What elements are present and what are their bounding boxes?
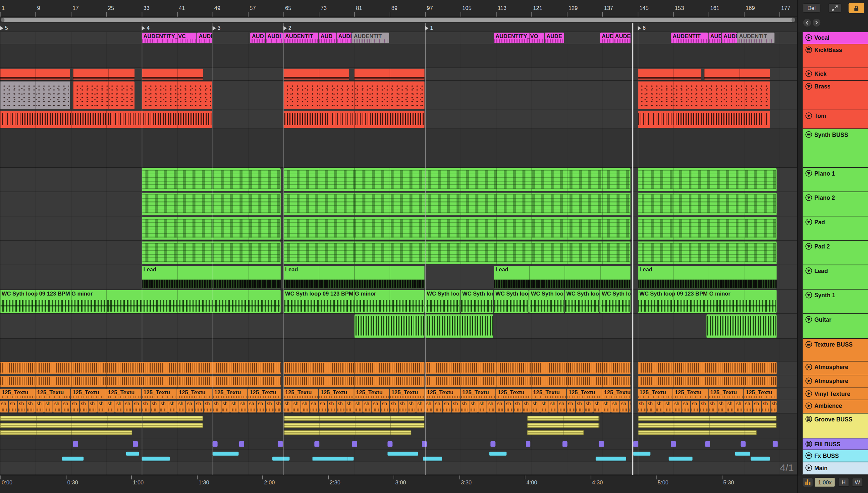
clip[interactable]: sh: [213, 401, 221, 412]
clip[interactable]: [751, 456, 770, 460]
clip[interactable]: [0, 376, 281, 387]
clip[interactable]: [73, 441, 78, 447]
clip[interactable]: [422, 441, 427, 447]
clip[interactable]: [638, 376, 777, 387]
clip[interactable]: [735, 452, 750, 455]
clip[interactable]: [671, 441, 675, 447]
clip[interactable]: sh: [549, 401, 558, 412]
clip[interactable]: [284, 69, 349, 80]
fold-down-icon[interactable]: [805, 267, 812, 274]
clip[interactable]: sh: [682, 401, 690, 412]
clip[interactable]: sh: [0, 401, 8, 412]
clip[interactable]: sh: [275, 401, 281, 412]
clip[interactable]: [142, 168, 281, 191]
clip[interactable]: sh: [88, 401, 97, 412]
clip[interactable]: sh: [700, 401, 708, 412]
clip[interactable]: 125_Textu: [709, 389, 743, 399]
group-icon[interactable]: [805, 452, 812, 459]
track-lane[interactable]: [0, 81, 797, 110]
clip[interactable]: Lead: [142, 266, 281, 288]
clip[interactable]: [213, 452, 239, 455]
clip[interactable]: Lead: [284, 266, 425, 288]
clip[interactable]: sh: [540, 401, 549, 412]
clip[interactable]: sh: [142, 401, 150, 412]
clip[interactable]: sh: [18, 401, 26, 412]
beat-time-ruler[interactable]: 1917253341495765738189971051131211291371…: [0, 0, 797, 17]
clip[interactable]: sh: [434, 401, 442, 412]
clip[interactable]: [638, 168, 777, 191]
clip[interactable]: sh: [522, 401, 531, 412]
clip[interactable]: [527, 423, 600, 428]
locator-row[interactable]: 543216: [0, 23, 797, 32]
track-lane[interactable]: [0, 438, 797, 450]
play-icon[interactable]: [805, 403, 812, 409]
clip[interactable]: sh: [514, 401, 522, 412]
clip[interactable]: [773, 441, 778, 447]
clip[interactable]: 125_Textu: [531, 389, 566, 399]
track-lane[interactable]: WC Syth loop 09 123 BPM G minorWC Syth l…: [0, 290, 797, 314]
clip[interactable]: [284, 241, 631, 264]
clip[interactable]: 125_Textu: [71, 389, 106, 399]
locator-flag[interactable]: 1: [425, 24, 433, 32]
clip[interactable]: sh: [390, 401, 398, 412]
clip[interactable]: [284, 217, 631, 240]
clip[interactable]: sh: [762, 401, 770, 412]
clip[interactable]: [0, 69, 70, 80]
clip[interactable]: sh: [558, 401, 566, 412]
play-icon[interactable]: [805, 390, 812, 397]
track-header[interactable]: Pad 2: [803, 241, 868, 265]
clip[interactable]: [563, 441, 567, 447]
clip[interactable]: sh: [168, 401, 177, 412]
clip[interactable]: [284, 362, 425, 374]
track-lane[interactable]: shshshshshshshshshshshshshshshshshshshsh…: [0, 400, 797, 413]
play-icon[interactable]: [805, 465, 812, 471]
clip[interactable]: [213, 441, 217, 447]
clip[interactable]: sh: [717, 401, 725, 412]
clip[interactable]: [527, 430, 584, 435]
clip[interactable]: [599, 441, 604, 447]
clip[interactable]: AUDENTIT: [352, 33, 389, 43]
clip[interactable]: sh: [655, 401, 664, 412]
group-icon[interactable]: [805, 341, 812, 347]
clip[interactable]: sh: [408, 401, 416, 412]
track-lane[interactable]: [0, 362, 797, 376]
clip[interactable]: [0, 111, 212, 128]
clip[interactable]: sh: [470, 401, 478, 412]
height-button[interactable]: H: [838, 478, 849, 487]
clip[interactable]: WC Syth loop 09 123 BPM G minor: [494, 290, 528, 313]
clip[interactable]: [638, 111, 770, 128]
clip[interactable]: 125_Textu: [248, 389, 281, 399]
clip[interactable]: 125_Textu: [106, 389, 141, 399]
expand-icon[interactable]: [828, 3, 842, 13]
clip[interactable]: sh: [292, 401, 301, 412]
prev-marker-button[interactable]: [803, 19, 811, 26]
clip[interactable]: sh: [106, 401, 115, 412]
clip[interactable]: WC Syth loop 09 123 BPM G minor: [0, 290, 281, 313]
clip[interactable]: sh: [673, 401, 681, 412]
track-lane[interactable]: [0, 462, 797, 475]
clip[interactable]: AUDENTITY_VO: [494, 33, 544, 43]
clip[interactable]: sh: [177, 401, 186, 412]
clip[interactable]: [425, 315, 493, 338]
clip[interactable]: sh: [186, 401, 194, 412]
track-header[interactable]: Synth BUSS: [803, 129, 868, 168]
clip[interactable]: sh: [301, 401, 309, 412]
track-header[interactable]: Kick/Bass: [803, 44, 868, 68]
clip[interactable]: [388, 452, 418, 455]
clip[interactable]: sh: [26, 401, 35, 412]
clip[interactable]: sh: [124, 401, 132, 412]
clip[interactable]: sh: [398, 401, 407, 412]
clip[interactable]: Lead: [494, 266, 630, 288]
clip[interactable]: [314, 441, 319, 447]
clip[interactable]: [638, 193, 777, 215]
clip[interactable]: 125_Textu: [319, 389, 353, 399]
clip[interactable]: sh: [230, 401, 239, 412]
clip[interactable]: [126, 452, 139, 455]
clip[interactable]: sh: [753, 401, 761, 412]
clip[interactable]: sh: [735, 401, 743, 412]
clip[interactable]: sh: [709, 401, 717, 412]
track-header[interactable]: Texture BUSS: [803, 339, 868, 362]
clip[interactable]: sh: [44, 401, 53, 412]
clip[interactable]: AUDI: [266, 33, 283, 43]
fold-down-icon[interactable]: [805, 112, 812, 119]
